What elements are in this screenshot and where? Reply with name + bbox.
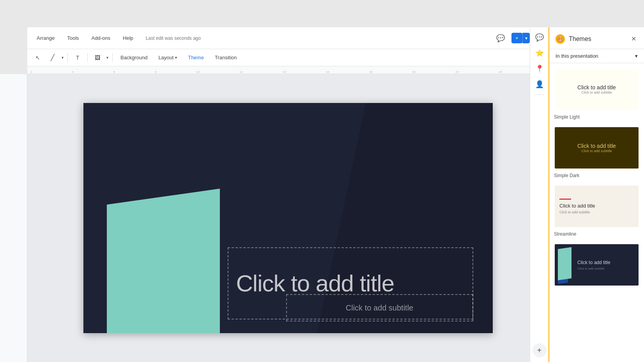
help-menu[interactable]: Help — [120, 34, 136, 43]
layout-button[interactable]: Layout ▾ — [154, 53, 181, 62]
simple-light-subtitle: Click to add subtitle — [581, 90, 612, 94]
toolbar-divider-1 — [67, 53, 68, 62]
close-icon: ✕ — [631, 35, 636, 42]
theme-thumb-simple-light: Click to add title Click to add subtitle — [554, 68, 639, 111]
themes-panel-title: Themes — [569, 35, 630, 43]
ruler-content: 2 4 6 8 10 12 14 16 18 20 22 24 25 — [27, 66, 548, 74]
main-canvas-area[interactable]: Click to add title Click to add subtitle — [27, 74, 548, 362]
slide-canvas[interactable]: Click to add title Click to add subtitle — [83, 103, 493, 333]
themes-list: Click to add title Click to add subtitle… — [549, 63, 644, 362]
cursor-tool[interactable]: ↖ — [32, 52, 44, 64]
image-icon: 🖼 — [95, 55, 100, 61]
theme-thumb-simple-dark: Click to add title Click to add subtitle — [554, 126, 639, 169]
comments-button[interactable]: 💬 — [494, 31, 508, 45]
themes-panel-icon: 🎨 — [556, 34, 565, 44]
layout-chevron-icon: ▾ — [175, 55, 177, 60]
slide-subtitle-text: Click to add subtitle — [346, 303, 413, 312]
theme-item-current[interactable]: Click to add title Click to add subtitle — [554, 243, 639, 286]
streamline-preview: Click to add title Click to add subtitle — [555, 186, 639, 227]
slide-shape-teal — [107, 189, 220, 333]
streamline-subtitle: Click to add subtitle — [559, 210, 590, 214]
simple-dark-name: Simple Dark — [554, 173, 579, 178]
image-tool[interactable]: 🖼 — [92, 52, 103, 64]
dropdown-chevron-icon: ▾ — [635, 53, 638, 59]
transition-button[interactable]: Transition — [211, 53, 241, 62]
themes-icon: ⭐ — [535, 49, 544, 57]
slide-title-text: Click to add title — [236, 270, 395, 297]
current-theme-shapes — [555, 244, 576, 286]
comment-icon: 💬 — [496, 34, 505, 43]
themes-panel-close-button[interactable]: ✕ — [630, 34, 638, 44]
new-slide-button[interactable]: + — [511, 33, 522, 43]
icon-bar-person-button[interactable]: 👤 — [533, 77, 547, 91]
icon-bar-separator — [535, 94, 544, 95]
theme-item-simple-dark[interactable]: Click to add title Click to add subtitle… — [554, 126, 639, 179]
theme-label: Theme — [188, 55, 203, 60]
icon-bar-chat-button[interactable]: 💬 — [533, 30, 547, 44]
simple-dark-title: Click to add title — [577, 143, 616, 149]
current-shape-teal — [558, 247, 571, 280]
left-sidebar — [0, 74, 27, 362]
streamline-name: Streamline — [554, 231, 576, 237]
current-theme-title: Click to add title — [577, 260, 639, 265]
chat-icon: 💬 — [535, 33, 544, 42]
transition-label: Transition — [215, 55, 237, 60]
arrow-down-icon[interactable]: ▾ — [62, 55, 64, 60]
line-tool[interactable]: ╱ — [47, 52, 58, 64]
icon-bar-add-button[interactable]: + — [533, 343, 547, 357]
plus-icon: + — [515, 35, 518, 41]
simple-light-name: Simple Light — [554, 114, 580, 120]
current-theme-text-area: Click to add title Click to add subtitle — [577, 260, 639, 270]
in-this-presentation-label: In this presentation — [556, 53, 598, 59]
in-this-presentation-dropdown[interactable]: In this presentation ▾ — [549, 49, 644, 63]
themes-panel: 🎨 Themes ✕ In this presentation ▾ Click … — [548, 27, 644, 362]
icon-bar-themes-button[interactable]: ⭐ — [533, 46, 547, 60]
ruler: 2 4 6 8 10 12 14 16 18 20 22 24 25 — [27, 66, 548, 74]
simple-light-preview: Click to add title Click to add subtitle — [555, 69, 639, 110]
simple-light-title: Click to add title — [577, 84, 616, 90]
streamline-title: Click to add title — [559, 203, 595, 209]
addons-menu[interactable]: Add-ons — [88, 34, 113, 43]
theme-item-simple-light[interactable]: Click to add title Click to add subtitle… — [554, 68, 639, 120]
image-dropdown-icon[interactable]: ▾ — [106, 55, 108, 60]
text-icon: T — [76, 55, 80, 61]
theme-button[interactable]: Theme — [184, 53, 207, 62]
icon-bar-location-button[interactable]: 📍 — [533, 62, 547, 76]
add-icon: + — [537, 346, 542, 355]
location-icon: 📍 — [535, 64, 544, 73]
person-icon: 👤 — [535, 80, 544, 89]
theme-item-streamline[interactable]: Click to add title Click to add subtitle… — [554, 185, 639, 237]
background-label: Background — [120, 55, 147, 60]
current-theme-subtitle: Click to add subtitle — [577, 267, 639, 270]
theme-thumb-streamline: Click to add title Click to add subtitle — [554, 185, 639, 228]
themes-panel-header: 🎨 Themes ✕ — [549, 27, 644, 49]
slide-subtitle-box[interactable]: Click to add subtitle — [286, 294, 473, 321]
line-icon: ╱ — [51, 54, 55, 61]
tools-menu[interactable]: Tools — [64, 34, 82, 43]
current-theme-preview: Click to add title Click to add subtitle — [555, 244, 639, 286]
layout-label: Layout — [158, 55, 173, 60]
new-slide-button-wrap: + ▾ — [511, 33, 530, 43]
simple-dark-subtitle: Click to add subtitle — [581, 149, 612, 153]
new-slide-dropdown[interactable]: ▾ — [522, 33, 530, 43]
text-tool[interactable]: T — [72, 52, 83, 64]
streamline-accent-line — [559, 199, 571, 200]
simple-dark-preview: Click to add title Click to add subtitle — [555, 127, 639, 169]
arrange-menu[interactable]: Arrange — [34, 34, 58, 43]
right-icon-bar: 💬 ⭐ 📍 👤 + — [530, 27, 548, 362]
menu-items: Arrange Tools Add-ons Help Last edit was… — [34, 34, 201, 43]
cursor-icon: ↖ — [35, 55, 40, 61]
toolbar-divider-2 — [87, 53, 88, 62]
toolbar-divider-3 — [112, 53, 113, 62]
palette-icon: 🎨 — [557, 36, 564, 42]
last-edit-status: Last edit was seconds ago — [146, 35, 201, 41]
background-button[interactable]: Background — [117, 53, 151, 62]
theme-thumb-current: Click to add title Click to add subtitle — [554, 243, 639, 286]
